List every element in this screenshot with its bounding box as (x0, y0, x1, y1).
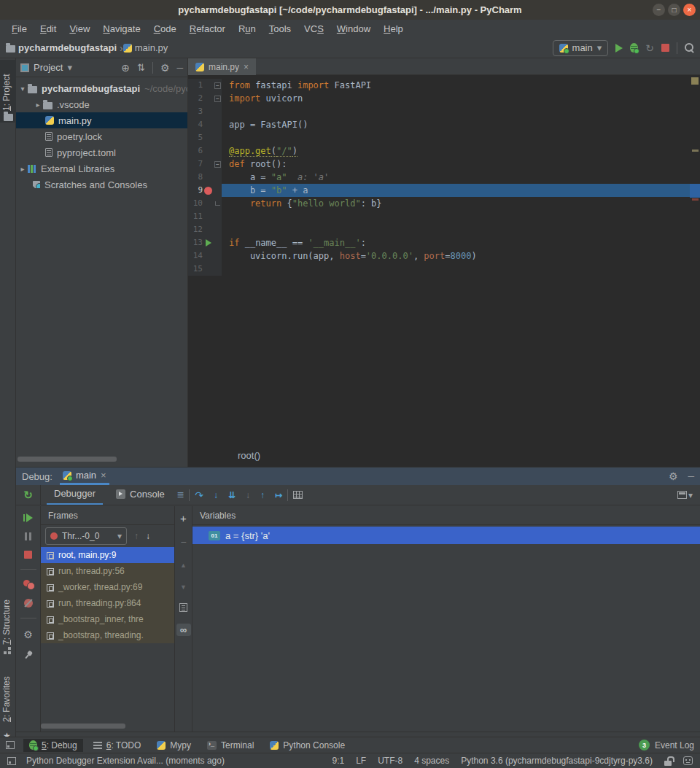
frame-row[interactable]: root, main.py:9 (41, 547, 174, 563)
fold-gutter[interactable] (214, 210, 222, 223)
collapse-all-icon[interactable] (137, 62, 145, 73)
gutter-mark[interactable] (203, 171, 214, 184)
code-line-8[interactable]: 8 a = "a" a: 'a' (188, 171, 700, 184)
toolwindow-button-terminal[interactable]: Terminal (201, 739, 260, 752)
code-line-9[interactable]: 9 b = "b" + a (188, 184, 700, 197)
tree-item-pyproject-toml[interactable]: pyproject.toml (16, 144, 187, 160)
gutter-mark[interactable] (203, 118, 214, 131)
next-frame-button[interactable] (146, 531, 150, 541)
toolwindow-quick-access-icon[interactable] (6, 741, 15, 749)
project-view-select[interactable]: Project (20, 62, 72, 73)
step-into-my-code-button[interactable] (228, 490, 236, 500)
frame-row[interactable]: _bootstrap, threading. (41, 627, 174, 643)
close-button[interactable]: × (683, 4, 696, 16)
previous-frame-button[interactable] (134, 531, 139, 541)
tree-item-pycharmdebugfastapi[interactable]: ▾pycharmdebugfastapi~/code/pycharmdebugf… (16, 80, 187, 96)
code-line-4[interactable]: 4app = FastAPI() (188, 118, 700, 131)
gutter-mark[interactable] (203, 144, 214, 158)
readonly-toggle-icon[interactable] (664, 756, 672, 766)
pause-button[interactable] (25, 532, 32, 540)
menu-file[interactable]: File (6, 22, 33, 36)
code-line-11[interactable]: 11 (188, 210, 700, 223)
mute-breakpoints-button[interactable] (24, 599, 33, 608)
move-watch-up-button[interactable] (180, 559, 187, 570)
inspection-indicator[interactable] (691, 77, 699, 85)
debugger-settings-icon[interactable] (23, 629, 33, 640)
line-number[interactable]: 15 (188, 263, 203, 276)
toolwindow-tab-favorites[interactable]: 2: Favorites (0, 658, 16, 734)
frame-row[interactable]: _bootstrap_inner, thre (41, 611, 174, 627)
code-line-10[interactable]: 10 return {"hello world": b} (188, 197, 700, 210)
breadcrumb-project[interactable]: pycharmdebugfastapi (18, 42, 117, 53)
toolwindow-button-6-todo[interactable]: 6: TODO (88, 739, 147, 752)
fold-gutter[interactable] (214, 131, 222, 144)
evaluate-expression-button[interactable] (293, 491, 303, 499)
debug-settings-icon[interactable] (669, 470, 678, 482)
code-line-15[interactable]: 15 (188, 263, 700, 276)
code-line-3[interactable]: 3 (188, 105, 700, 118)
run-to-cursor-button[interactable] (275, 490, 282, 500)
fold-gutter[interactable]: − (214, 79, 222, 92)
menu-navigate[interactable]: Navigate (97, 22, 146, 36)
code-line-2[interactable]: 2−import uvicorn (188, 92, 700, 105)
code-line-12[interactable]: 12 (188, 223, 700, 236)
show-watches-toggle[interactable] (176, 624, 191, 636)
line-number[interactable]: 2 (188, 92, 203, 105)
close-session-icon[interactable] (101, 470, 106, 481)
step-over-button[interactable] (195, 489, 203, 501)
fold-collapse-icon[interactable]: − (214, 161, 221, 168)
fold-gutter[interactable] (214, 249, 222, 263)
line-ending[interactable]: LF (356, 756, 366, 766)
fold-gutter[interactable] (214, 184, 222, 197)
expand-arrow-icon[interactable]: ▸ (18, 165, 28, 173)
fold-gutter[interactable] (214, 105, 222, 118)
toolwindow-tab-structure[interactable]: 7: Structure (0, 575, 16, 656)
event-log-button[interactable]: 3 Event Log (639, 740, 694, 750)
breakpoint-icon[interactable] (204, 187, 212, 195)
thread-selector[interactable]: Thr...-0_0 (45, 527, 127, 545)
project-horizontal-scrollbar[interactable] (18, 457, 117, 462)
frame-row[interactable]: _worker, thread.py:69 (41, 579, 174, 595)
gutter-mark[interactable] (203, 263, 214, 276)
code-line-5[interactable]: 5 (188, 131, 700, 144)
gutter-mark[interactable] (203, 105, 214, 118)
editor-tab-mainpy[interactable]: main.py (188, 58, 256, 75)
menu-code[interactable]: Code (148, 22, 182, 36)
gutter-mark[interactable] (203, 210, 214, 223)
line-number[interactable]: 11 (188, 210, 203, 223)
fold-gutter[interactable] (214, 144, 222, 158)
scrollbar-thumb[interactable] (690, 184, 700, 198)
menu-help[interactable]: Help (378, 22, 409, 36)
panel-settings-icon[interactable] (160, 62, 170, 74)
variable-row[interactable]: 01 a = {str} 'a' (192, 527, 700, 544)
line-number[interactable]: 13 (188, 236, 203, 249)
line-number[interactable]: 12 (188, 223, 203, 236)
line-number[interactable]: 4 (188, 118, 203, 131)
breadcrumb-file[interactable]: main.py (135, 42, 168, 53)
layout-settings-icon[interactable] (677, 491, 687, 499)
toolwindow-tab-project[interactable]: 1: Project (0, 60, 16, 123)
menu-edit[interactable]: Edit (34, 22, 62, 36)
stop-button[interactable] (24, 551, 32, 559)
gutter-mark[interactable] (203, 131, 214, 144)
notifications-face-icon[interactable] (683, 756, 693, 765)
gutter-mark[interactable] (203, 79, 214, 92)
breakpoint-gutter[interactable] (203, 184, 214, 197)
run-configuration-select[interactable]: main (553, 40, 609, 56)
fold-collapse-icon[interactable]: − (214, 82, 221, 89)
search-everywhere-icon[interactable] (685, 43, 694, 53)
tree-item-main-py[interactable]: main.py (16, 112, 187, 128)
toggle-toolwindows-icon[interactable] (7, 757, 16, 765)
menu-vcs[interactable]: VCS (298, 22, 330, 36)
menu-tools[interactable]: Tools (263, 22, 297, 36)
interpreter[interactable]: Python 3.6 (pycharmdebugfastapi-9cdjtyrg… (461, 756, 653, 766)
rerun-button[interactable] (23, 489, 33, 502)
step-into-button[interactable] (214, 490, 218, 500)
fold-gutter[interactable]: − (214, 92, 222, 105)
gutter-mark[interactable] (203, 158, 214, 171)
gutter-mark[interactable] (203, 223, 214, 236)
coverage-button[interactable] (645, 42, 654, 54)
tree-item-scratches-and-consoles[interactable]: Scratches and Consoles (16, 177, 187, 193)
add-watch-button[interactable] (180, 512, 187, 524)
line-number[interactable]: 1 (188, 79, 203, 92)
